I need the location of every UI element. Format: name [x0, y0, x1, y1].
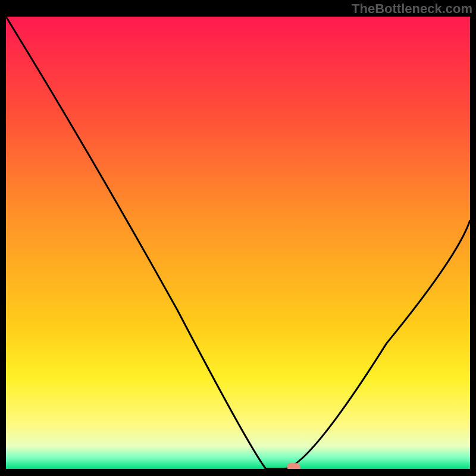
plot-area: [6, 17, 470, 469]
optimal-marker: [287, 463, 300, 469]
chart-container: TheBottleneck.com: [0, 0, 476, 476]
chart-svg: [6, 17, 470, 469]
watermark-label: TheBottleneck.com: [352, 1, 472, 17]
gradient-background: [6, 17, 470, 469]
